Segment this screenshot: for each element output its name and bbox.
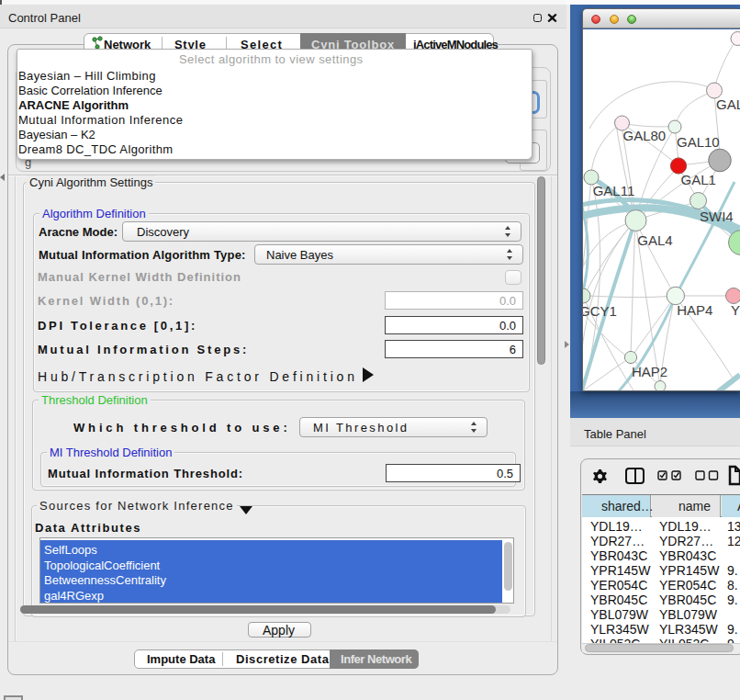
svg-text:HAP2: HAP2 xyxy=(632,364,667,379)
svg-text:GAL7: GAL7 xyxy=(716,96,740,112)
svg-text:Y: Y xyxy=(731,302,740,318)
svg-text:HAP4: HAP4 xyxy=(677,302,712,318)
svg-text:SWI4: SWI4 xyxy=(700,209,734,224)
svg-text:GAL10: GAL10 xyxy=(677,134,720,150)
svg-text:GAL4: GAL4 xyxy=(637,232,672,248)
svg-text:GAL1: GAL1 xyxy=(681,172,716,187)
svg-text:GCY1: GCY1 xyxy=(583,303,617,319)
svg-text:GAL80: GAL80 xyxy=(623,128,667,143)
svg-text:GAL11: GAL11 xyxy=(593,183,635,198)
